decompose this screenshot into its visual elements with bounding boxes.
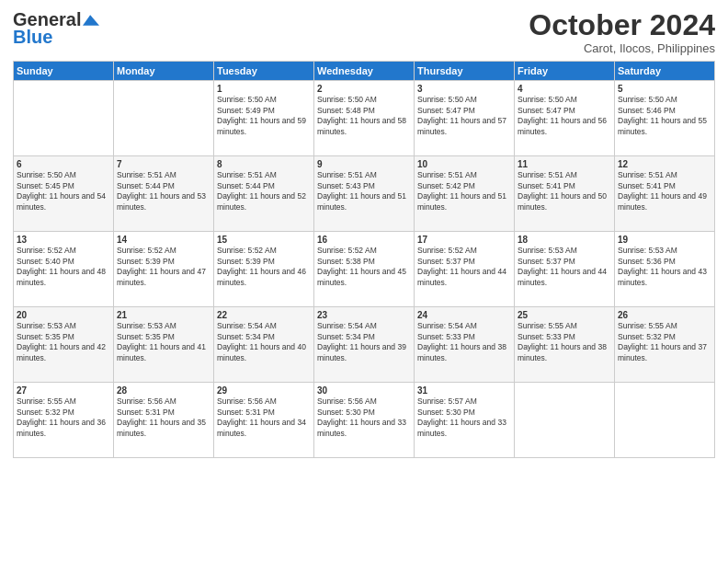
table-row: 8Sunrise: 5:51 AMSunset: 5:44 PMDaylight…: [214, 156, 314, 232]
day-content: Sunrise: 5:50 AMSunset: 5:49 PMDaylight:…: [217, 95, 311, 137]
day-number: 31: [417, 385, 511, 396]
day-content: Sunrise: 5:56 AMSunset: 5:30 PMDaylight:…: [317, 396, 411, 439]
table-row: 29Sunrise: 5:56 AMSunset: 5:31 PMDayligh…: [214, 383, 314, 458]
day-number: 12: [618, 159, 711, 169]
table-row: 12Sunrise: 5:51 AMSunset: 5:41 PMDayligh…: [615, 156, 715, 232]
day-content: Sunrise: 5:51 AMSunset: 5:44 PMDaylight:…: [117, 170, 210, 213]
day-content: Sunrise: 5:56 AMSunset: 5:31 PMDaylight:…: [117, 396, 210, 439]
day-number: 15: [217, 235, 311, 245]
header-sunday: Sunday: [14, 62, 114, 81]
day-content: Sunrise: 5:50 AMSunset: 5:45 PMDaylight:…: [17, 170, 110, 213]
day-number: 8: [217, 159, 311, 169]
calendar-week-row: 20Sunrise: 5:53 AMSunset: 5:35 PMDayligh…: [14, 307, 715, 383]
table-row: 21Sunrise: 5:53 AMSunset: 5:35 PMDayligh…: [114, 307, 214, 383]
day-number: 30: [317, 385, 411, 396]
table-row: [615, 383, 715, 458]
day-number: 28: [117, 385, 210, 396]
page: General Blue October 2024 Carot, Ilocos,…: [0, 0, 728, 563]
day-content: Sunrise: 5:51 AMSunset: 5:44 PMDaylight:…: [217, 170, 311, 213]
table-row: 4Sunrise: 5:50 AMSunset: 5:47 PMDaylight…: [515, 81, 615, 156]
day-content: Sunrise: 5:50 AMSunset: 5:47 PMDaylight:…: [518, 95, 611, 137]
day-number: 21: [117, 310, 210, 320]
table-row: [14, 81, 114, 156]
table-row: 24Sunrise: 5:54 AMSunset: 5:33 PMDayligh…: [415, 307, 515, 383]
header-wednesday: Wednesday: [314, 62, 415, 81]
table-row: 17Sunrise: 5:52 AMSunset: 5:37 PMDayligh…: [415, 232, 515, 307]
table-row: 16Sunrise: 5:52 AMSunset: 5:38 PMDayligh…: [314, 232, 415, 307]
day-number: 4: [518, 84, 611, 94]
table-row: 5Sunrise: 5:50 AMSunset: 5:46 PMDaylight…: [615, 81, 715, 156]
day-number: 25: [518, 310, 611, 320]
table-row: 9Sunrise: 5:51 AMSunset: 5:43 PMDaylight…: [314, 156, 415, 232]
day-content: Sunrise: 5:52 AMSunset: 5:38 PMDaylight:…: [317, 246, 411, 288]
day-number: 11: [518, 159, 611, 169]
table-row: 28Sunrise: 5:56 AMSunset: 5:31 PMDayligh…: [114, 383, 214, 458]
day-number: 24: [417, 310, 511, 320]
day-content: Sunrise: 5:55 AMSunset: 5:32 PMDaylight:…: [17, 396, 110, 439]
header-tuesday: Tuesday: [214, 62, 314, 81]
day-number: 26: [618, 310, 711, 320]
table-row: 18Sunrise: 5:53 AMSunset: 5:37 PMDayligh…: [515, 232, 615, 307]
header-friday: Friday: [515, 62, 615, 81]
day-content: Sunrise: 5:52 AMSunset: 5:40 PMDaylight:…: [17, 246, 110, 288]
day-number: 22: [217, 310, 311, 320]
day-number: 19: [618, 235, 711, 245]
table-row: 13Sunrise: 5:52 AMSunset: 5:40 PMDayligh…: [14, 232, 114, 307]
day-content: Sunrise: 5:53 AMSunset: 5:35 PMDaylight:…: [117, 321, 210, 363]
table-row: 27Sunrise: 5:55 AMSunset: 5:32 PMDayligh…: [14, 383, 114, 458]
day-number: 13: [17, 235, 110, 245]
day-number: 1: [217, 84, 311, 94]
table-row: 3Sunrise: 5:50 AMSunset: 5:47 PMDaylight…: [415, 81, 515, 156]
day-content: Sunrise: 5:52 AMSunset: 5:39 PMDaylight:…: [217, 246, 311, 288]
calendar-week-row: 27Sunrise: 5:55 AMSunset: 5:32 PMDayligh…: [14, 383, 715, 458]
day-content: Sunrise: 5:55 AMSunset: 5:32 PMDaylight:…: [618, 321, 711, 363]
day-content: Sunrise: 5:53 AMSunset: 5:37 PMDaylight:…: [518, 246, 611, 288]
table-row: [114, 81, 214, 156]
svg-marker-0: [83, 15, 99, 25]
day-number: 27: [17, 385, 110, 396]
title-block: October 2024 Carot, Ilocos, Philippines: [529, 9, 715, 55]
calendar-body: 1Sunrise: 5:50 AMSunset: 5:49 PMDaylight…: [14, 81, 715, 458]
calendar-table: Sunday Monday Tuesday Wednesday Thursday…: [13, 61, 715, 458]
table-row: 31Sunrise: 5:57 AMSunset: 5:30 PMDayligh…: [415, 383, 515, 458]
table-row: 11Sunrise: 5:51 AMSunset: 5:41 PMDayligh…: [515, 156, 615, 232]
day-content: Sunrise: 5:50 AMSunset: 5:47 PMDaylight:…: [417, 95, 511, 137]
calendar-week-row: 1Sunrise: 5:50 AMSunset: 5:49 PMDaylight…: [14, 81, 715, 156]
day-number: 20: [17, 310, 110, 320]
logo-blue: Blue: [13, 27, 52, 48]
table-row: 19Sunrise: 5:53 AMSunset: 5:36 PMDayligh…: [615, 232, 715, 307]
month-title: October 2024: [529, 9, 715, 41]
day-number: 2: [317, 84, 411, 94]
location-subtitle: Carot, Ilocos, Philippines: [529, 41, 715, 55]
day-content: Sunrise: 5:54 AMSunset: 5:34 PMDaylight:…: [217, 321, 311, 363]
day-content: Sunrise: 5:55 AMSunset: 5:33 PMDaylight:…: [518, 321, 611, 363]
day-content: Sunrise: 5:51 AMSunset: 5:41 PMDaylight:…: [618, 170, 711, 213]
day-content: Sunrise: 5:57 AMSunset: 5:30 PMDaylight:…: [417, 396, 511, 439]
day-number: 17: [417, 235, 511, 245]
day-number: 16: [317, 235, 411, 245]
day-number: 29: [217, 385, 311, 396]
day-content: Sunrise: 5:52 AMSunset: 5:37 PMDaylight:…: [417, 246, 511, 288]
table-row: 1Sunrise: 5:50 AMSunset: 5:49 PMDaylight…: [214, 81, 314, 156]
table-row: 6Sunrise: 5:50 AMSunset: 5:45 PMDaylight…: [14, 156, 114, 232]
header: General Blue October 2024 Carot, Ilocos,…: [13, 9, 715, 55]
day-number: 10: [417, 159, 511, 169]
day-content: Sunrise: 5:52 AMSunset: 5:39 PMDaylight:…: [117, 246, 210, 288]
calendar-week-row: 6Sunrise: 5:50 AMSunset: 5:45 PMDaylight…: [14, 156, 715, 232]
table-row: 10Sunrise: 5:51 AMSunset: 5:42 PMDayligh…: [415, 156, 515, 232]
calendar-week-row: 13Sunrise: 5:52 AMSunset: 5:40 PMDayligh…: [14, 232, 715, 307]
day-content: Sunrise: 5:51 AMSunset: 5:42 PMDaylight:…: [417, 170, 511, 213]
day-number: 23: [317, 310, 411, 320]
day-content: Sunrise: 5:53 AMSunset: 5:35 PMDaylight:…: [17, 321, 110, 363]
day-number: 5: [618, 84, 711, 94]
day-content: Sunrise: 5:50 AMSunset: 5:48 PMDaylight:…: [317, 95, 411, 137]
table-row: [515, 383, 615, 458]
table-row: 25Sunrise: 5:55 AMSunset: 5:33 PMDayligh…: [515, 307, 615, 383]
calendar-header-row: Sunday Monday Tuesday Wednesday Thursday…: [14, 62, 715, 81]
day-content: Sunrise: 5:51 AMSunset: 5:43 PMDaylight:…: [317, 170, 411, 213]
table-row: 23Sunrise: 5:54 AMSunset: 5:34 PMDayligh…: [314, 307, 415, 383]
header-saturday: Saturday: [615, 62, 715, 81]
day-number: 14: [117, 235, 210, 245]
day-content: Sunrise: 5:54 AMSunset: 5:33 PMDaylight:…: [417, 321, 511, 363]
table-row: 22Sunrise: 5:54 AMSunset: 5:34 PMDayligh…: [214, 307, 314, 383]
